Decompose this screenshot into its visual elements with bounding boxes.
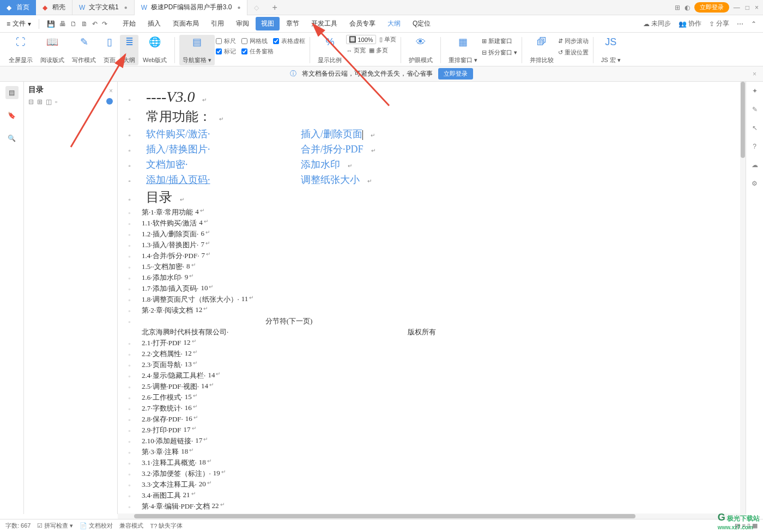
toc-entry[interactable]: 2.10·添加超链接· xyxy=(142,436,193,446)
zoom-button[interactable]: %显示比例 xyxy=(314,35,345,65)
doc-link[interactable]: 添加水印 xyxy=(301,158,340,171)
write-mode-button[interactable]: ✎写作模式 xyxy=(69,35,99,65)
close-window-icon[interactable]: × xyxy=(755,4,759,11)
toc-entry[interactable]: 1.4·合并/拆分·PDF· xyxy=(142,251,199,261)
close-icon[interactable]: ● xyxy=(237,4,240,10)
toc-tool[interactable]: ▤ xyxy=(5,86,19,99)
print-icon[interactable]: 🖶 xyxy=(59,20,66,28)
maximize-icon[interactable]: □ xyxy=(746,4,749,11)
menu-devtools[interactable]: 开发工具 xyxy=(306,17,343,30)
menu-review[interactable]: 审阅 xyxy=(231,17,255,30)
new-window-button[interactable]: ⊞ 新建窗口 xyxy=(482,37,517,45)
doc-link[interactable]: 调整纸张大小 xyxy=(301,173,360,186)
doc-link[interactable]: 插入/删除页面 xyxy=(301,127,363,140)
web-layout-button[interactable]: 🌐Web版式 xyxy=(140,35,170,65)
tile-window-button[interactable]: ▦重排窗口 ▾ xyxy=(445,35,481,65)
scrollbar-thumb[interactable] xyxy=(741,82,745,158)
tab-pin[interactable]: ◇ xyxy=(247,0,265,15)
compat-mode[interactable]: 兼容模式 xyxy=(119,522,143,530)
page-layout-button[interactable]: ▯页面 xyxy=(100,35,119,65)
toc-entry[interactable]: 第·3·章·注释 xyxy=(142,447,179,457)
skin-icon[interactable]: ◐ xyxy=(685,4,690,11)
undo-icon[interactable]: ↶ xyxy=(92,20,98,28)
doc-link[interactable]: 文档加密· xyxy=(146,158,293,171)
help-tool-icon[interactable]: ? xyxy=(753,143,756,150)
tab-doc1[interactable]: W文字文稿1● xyxy=(72,0,135,15)
spellcheck-toggle[interactable]: ☑ 拼写检查 ▾ xyxy=(37,522,73,530)
toc-entry[interactable]: 2.9·打印·PDF xyxy=(142,425,181,435)
close-icon[interactable]: ● xyxy=(124,4,128,10)
multi-page-button[interactable]: ▦ 多页 xyxy=(369,46,388,54)
toc-entry[interactable]: 2.6·工作模式· xyxy=(142,393,183,402)
zoom-value[interactable]: 🔲 100% xyxy=(346,35,376,44)
document-area[interactable]: ▫----V3.0↵ ▫常用功能：↵ ▫软件购买/激活·插入/删除页面↵▫插入/… xyxy=(118,82,746,514)
pagewidth-button[interactable]: ↔ 页宽 xyxy=(346,46,366,54)
grid-checkbox[interactable]: 网格线 xyxy=(241,37,268,45)
doc-link[interactable]: 插入/替换图片· xyxy=(146,143,293,156)
file-menu[interactable]: ≡ 文件 ▾ xyxy=(7,19,31,28)
banner-login-button[interactable]: 立即登录 xyxy=(438,68,473,80)
toc-entry[interactable]: 1.3·插入/替换图片· xyxy=(142,240,198,250)
outline-layout-button[interactable]: ≣大纲 xyxy=(120,35,138,65)
style-tool-icon[interactable]: ✎ xyxy=(752,106,758,113)
login-button[interactable]: 立即登录 xyxy=(694,2,729,13)
share-button[interactable]: ⇪分享 xyxy=(709,19,729,28)
close-banner-icon[interactable]: × xyxy=(753,70,756,78)
js-macro-button[interactable]: JSJS 宏 ▾ xyxy=(598,35,624,65)
menu-view[interactable]: 视图 xyxy=(256,17,280,30)
toc-entry[interactable]: 2.4·显示/隐藏工具栏· xyxy=(142,371,205,381)
toc-entry[interactable]: 1.2·插入/删除页面· xyxy=(142,229,198,239)
menu-layout[interactable]: 页面布局 xyxy=(167,17,204,30)
tab-pdf-manual[interactable]: W极速PDF编辑器用户手册3.0● xyxy=(135,0,248,15)
toc-entry[interactable]: 1.7·添加/插入页码· xyxy=(142,284,198,293)
sync-dot-icon[interactable] xyxy=(106,98,113,105)
doc-link[interactable]: 添加/插入页码· xyxy=(146,173,293,186)
toc-entry[interactable]: 1.5··文档加密· xyxy=(142,262,184,272)
grid-icon[interactable]: ⊞ xyxy=(675,4,680,11)
cloud-tool-icon[interactable]: ☁ xyxy=(752,161,758,169)
toc-entry[interactable]: 2.1·打开·PDF xyxy=(142,338,181,348)
scrollbar-thumb[interactable] xyxy=(134,514,635,518)
toc-entry[interactable]: 第·1·章·常用功能 xyxy=(142,207,193,217)
sync-status[interactable]: ☁未同步 xyxy=(643,19,671,28)
close-panel-icon[interactable]: × xyxy=(109,87,113,95)
toc-entry[interactable]: 2.8·保存·PDF· xyxy=(142,414,183,424)
compare-button[interactable]: 🗊并排比较 xyxy=(526,35,557,65)
bookmark-tool[interactable]: 🔖 xyxy=(5,109,19,122)
minimize-icon[interactable]: — xyxy=(734,4,740,11)
split-window-button[interactable]: ⊟ 拆分窗口 ▾ xyxy=(482,48,517,57)
menu-find[interactable]: Q定位 xyxy=(407,17,436,30)
settings-tool-icon[interactable]: ⚙ xyxy=(752,180,758,187)
toc-entry[interactable]: 2.3·页面导航· xyxy=(142,360,183,370)
nav-pane-button[interactable]: ▤导航窗格 ▾ xyxy=(179,35,215,65)
toc-entry[interactable]: 3.1·注释工具概览· xyxy=(142,458,197,468)
toc-entry[interactable]: 1.1·软件购买/激活 xyxy=(142,218,197,228)
menu-vip[interactable]: 会员专享 xyxy=(344,17,381,30)
menu-chapter[interactable]: 章节 xyxy=(281,17,305,30)
select-tool-icon[interactable]: ↖ xyxy=(752,124,758,132)
menu-start[interactable]: 开始 xyxy=(117,17,141,30)
preview-icon[interactable]: 🗋 xyxy=(70,20,77,28)
toc-entry[interactable]: 第·4·章·编辑·PDF·文档 xyxy=(142,502,210,511)
eyecare-button[interactable]: 👁护眼模式 xyxy=(405,35,436,65)
toc-entry[interactable]: 1.6·添加水印· xyxy=(142,273,183,283)
menu-references[interactable]: 引用 xyxy=(205,17,229,30)
redo-icon[interactable]: ↷ xyxy=(102,20,107,28)
toc-entry[interactable]: 2.5·调整·PDF·视图· xyxy=(142,382,199,392)
doc-link[interactable]: 软件购买/激活· xyxy=(146,127,293,140)
more-menu[interactable]: ⋯ xyxy=(737,20,743,28)
menu-insert[interactable]: 插入 xyxy=(142,17,166,30)
collapse-ribbon[interactable]: ⌃ xyxy=(751,20,756,28)
toc-entry[interactable]: 3.4·画图工具 xyxy=(142,491,181,500)
missing-font[interactable]: T? 缺失字体 xyxy=(150,522,183,530)
ai-tool-icon[interactable]: ✦ xyxy=(752,87,758,95)
tab-home[interactable]: ◆首页 xyxy=(0,0,36,15)
ruler-checkbox[interactable]: 标尺 xyxy=(216,37,236,45)
menu-outline[interactable]: 大纲 xyxy=(382,17,406,30)
toc-entry[interactable]: 2.2·文档属性· xyxy=(142,349,183,359)
horizontal-scrollbar[interactable] xyxy=(118,513,740,519)
wordcount[interactable]: 字数: 667 xyxy=(5,522,31,530)
export-icon[interactable]: 🗎 xyxy=(81,20,88,28)
taskpane-checkbox[interactable]: 任务窗格 xyxy=(241,47,274,56)
toc-entry[interactable]: 2.7·字数统计· xyxy=(142,403,183,413)
